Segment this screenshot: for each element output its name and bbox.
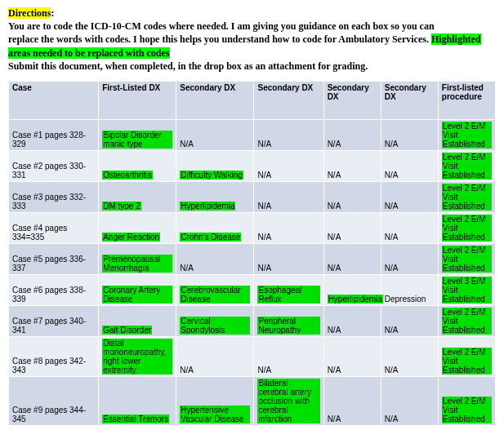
dx3-cell: Peripheral Neuropathy — [254, 305, 323, 336]
dx3-cell: Bilateral cerebral artery occlusion with… — [254, 376, 323, 425]
highlighted-value: Level 3 E/M Visit Established — [442, 277, 492, 304]
directions-line3: Submit this document, when completed, in… — [8, 60, 368, 72]
proc-cell: Level 2 E/M Visit Established — [438, 150, 495, 181]
highlighted-value: Anger Reaction — [102, 233, 160, 242]
dx5-cell: N/A — [381, 376, 438, 425]
col-secondary-dx-4: Secondary DX — [381, 81, 438, 119]
directions-label: Directions — [8, 7, 51, 19]
dx1-cell: Distal mononeuropathy, right lower extre… — [99, 336, 176, 376]
highlighted-value: Premenopausal Menorrhagia — [102, 255, 172, 273]
highlighted-value: Level 2 E/M Visit Established — [442, 184, 492, 211]
case-cell: Case #4 pages 334=335 — [9, 212, 99, 243]
highlighted-value: Cervical Spondylosis — [180, 317, 250, 335]
table-row: Case #6 pages 338-339Coronary Artery Dis… — [9, 274, 496, 305]
dx5-cell: N/A — [381, 212, 438, 243]
dx3-cell: Esophageal Reflux — [254, 274, 323, 305]
dx1-cell: Bipolar Disorder manic type — [99, 119, 176, 150]
table-header-row: Case First-Listed DX Secondary DX Second… — [9, 81, 496, 119]
col-secondary-dx-3: Secondary DX — [323, 81, 381, 119]
dx1-cell: Essential Tremors — [99, 376, 176, 425]
proc-cell: Level 2 E/M Visit Established — [438, 243, 495, 274]
dx5-cell: N/A — [381, 243, 438, 274]
dx5-cell: N/A — [381, 181, 438, 212]
highlighted-value: Essential Tremors — [102, 414, 169, 423]
proc-cell: Level 3 E/M Visit Established — [438, 274, 495, 305]
dx1-cell: Osteoarthritis — [99, 150, 176, 181]
proc-cell: Level 2 E/M Visit Established — [438, 336, 495, 376]
dx2-cell: Cervical Spondylosis — [176, 305, 254, 336]
col-case: Case — [9, 81, 99, 119]
dx1-cell: Coronary Artery Disease — [99, 274, 176, 305]
table-row: Case #1 pages 328-329Bipolar Disorder ma… — [9, 119, 496, 150]
case-cell: Case #8 pages 342-343 — [9, 336, 99, 376]
highlighted-value: Osteoarthritis — [102, 171, 152, 180]
table-row: Case #4 pages 334=335Anger ReactionCrohn… — [9, 212, 496, 243]
highlighted-value: Hypertensive Vascular Disease — [180, 406, 250, 423]
dx5-cell: N/A — [381, 336, 438, 376]
proc-cell: Level 2 E/M Visit Established — [438, 181, 495, 212]
dx5-cell: Depression — [381, 274, 438, 305]
highlighted-value: Bipolar Disorder manic type — [102, 131, 172, 149]
directions-line2: replace the words with codes. I hope thi… — [8, 33, 431, 45]
col-secondary-dx-2: Secondary DX — [254, 81, 323, 119]
highlighted-value: Level 2 E/M Visit Established — [442, 308, 492, 335]
col-first-listed-dx: First-Listed DX — [99, 81, 176, 119]
highlighted-value: Level 2 E/M Visit Established — [442, 122, 492, 149]
dx1-cell: DM type 2 — [99, 181, 176, 212]
dx2-cell: Difficulty Walking — [176, 150, 254, 181]
highlighted-value: Level 2 E/M Visit Established — [442, 348, 492, 375]
dx4-cell: N/A — [323, 150, 381, 181]
dx4-cell: N/A — [323, 119, 381, 150]
dx2-cell: Cerebrovascular Disease — [176, 274, 254, 305]
dx1-cell: Gait Disorder — [99, 305, 176, 336]
highlighted-value: Peripheral Neuropathy — [257, 317, 319, 335]
highlighted-value: Level 2 E/M Visit Established — [442, 397, 492, 423]
col-secondary-dx-1: Secondary DX — [176, 81, 254, 119]
highlighted-value: Hyperlipidemia — [180, 202, 235, 211]
highlighted-value: Difficulty Walking — [180, 171, 243, 180]
table-row: Case #9 pages 344-345Essential TremorsHy… — [9, 376, 496, 425]
highlighted-value: Level 2 E/M Visit Established — [442, 246, 492, 273]
highlighted-value: Level 2 E/M Visit Established — [442, 153, 492, 180]
table-row: Case #8 pages 342-343Distal mononeuropat… — [9, 336, 496, 376]
highlighted-value: DM type 2 — [102, 202, 141, 211]
dx2-cell: N/A — [176, 336, 254, 376]
table-row: Case #5 pages 336-337Premenopausal Menor… — [9, 243, 496, 274]
highlighted-value: Esophageal Reflux — [257, 286, 319, 304]
dx5-cell: N/A — [381, 119, 438, 150]
dx4-cell: N/A — [323, 243, 381, 274]
case-cell: Case #7 pages 340-341 — [9, 305, 99, 336]
dx4-cell: N/A — [323, 181, 381, 212]
case-cell: Case #3 pages 332-333 — [9, 181, 99, 212]
directions-block: Directions: You are to code the ICD-10-C… — [8, 7, 496, 73]
dx4-cell: N/A — [323, 212, 381, 243]
dx1-cell: Premenopausal Menorrhagia — [99, 243, 176, 274]
dx2-cell: Crohn's Disease — [176, 212, 254, 243]
dx2-cell: N/A — [176, 243, 254, 274]
highlighted-value: Hyperlipidemia — [328, 295, 383, 304]
dx3-cell: N/A — [254, 150, 323, 181]
dx5-cell: N/A — [381, 305, 438, 336]
dx5-cell: N/A — [381, 150, 438, 181]
case-cell: Case #5 pages 336-337 — [9, 243, 99, 274]
dx2-cell: Hyperlipidemia — [176, 181, 254, 212]
dx2-cell: N/A — [176, 119, 254, 150]
case-cell: Case #6 pages 338-339 — [9, 274, 99, 305]
dx3-cell: N/A — [254, 212, 323, 243]
highlighted-value: Crohn's Disease — [180, 233, 241, 242]
dx4-cell: N/A — [323, 376, 381, 425]
dx-table: Case First-Listed DX Secondary DX Second… — [8, 81, 496, 426]
proc-cell: Level 2 E/M Visit Established — [438, 376, 495, 425]
highlighted-value: Coronary Artery Disease — [102, 286, 172, 304]
highlighted-value: Distal mononeuropathy, right lower extre… — [102, 339, 172, 375]
dx1-cell: Anger Reaction — [99, 212, 176, 243]
highlighted-value: Gait Disorder — [102, 326, 152, 335]
dx4-cell: N/A — [323, 336, 381, 376]
table-row: Case #2 pages 330-331OsteoarthritisDiffi… — [9, 150, 496, 181]
dx3-cell: N/A — [254, 119, 323, 150]
proc-cell: Level 2 E/M Visit Established — [438, 305, 495, 336]
dx3-cell: N/A — [254, 336, 323, 376]
highlighted-value: Bilateral cerebral artery occlusion with… — [257, 379, 319, 423]
case-cell: Case #2 pages 330-331 — [9, 150, 99, 181]
dx3-cell: N/A — [254, 243, 323, 274]
